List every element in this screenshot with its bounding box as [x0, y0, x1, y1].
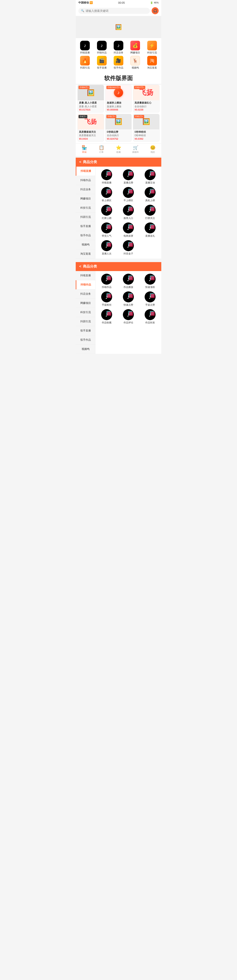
- goods-item-dianshang[interactable]: ♪ 电商滚屏: [119, 223, 138, 237]
- goods2-tiktok-icon-6: ♪: [145, 291, 155, 302]
- goods-tiktok-icon-7: ♪: [101, 205, 112, 216]
- category-item-kuaishou-works[interactable]: 🎥 筷手作品: [111, 56, 126, 69]
- goods-content-2: ♪ 抖喵作品 ♪ 作品播放 ♪ 快速涨粉 ♪ 手提粉丝 ♪ 快速点赞: [96, 271, 161, 354]
- goods-item-zhibo-renci[interactable]: ♪ 直播人次: [97, 240, 116, 255]
- goods-grid-1: ♪ 抖喵直播 ♪ 直播点赞 ♪ 直播互动 ♪ 秒上榜区 ♪ 不上榜区: [97, 169, 160, 255]
- category-item-doumiaoworks[interactable]: ♪ 抖喵作品: [94, 41, 109, 54]
- sidebar-item-kslivew[interactable]: 筷手直播: [76, 222, 95, 231]
- search-input-wrap[interactable]: 🔍: [78, 8, 150, 14]
- goods2-tiktok-icon-9: ♪: [145, 309, 155, 320]
- product-card-1[interactable]: 🖼️ 月销80万+ 质量-真人小星星 质量-真人小星星 ¥0.017816: [77, 85, 104, 113]
- goods2-label-4: 手提粉丝: [102, 303, 112, 307]
- category-item-tech[interactable]: ⚡ 科技引流: [145, 41, 160, 54]
- product-card-4[interactable]: 飞扬 月销万+ 高质量极速关注 高质量极速关注 ¥0.0434: [77, 114, 104, 142]
- bottom-nav: 🏪 商城 📋 订单 ⭐ 收藏 🛒 购物车 😊 我的: [76, 143, 161, 156]
- product-card-3[interactable]: 飞扬 月销27万+ 高质量极速红心 全自动执行 ¥0.0238: [133, 85, 160, 113]
- product-name-3: 高质量极速红心: [135, 101, 158, 104]
- product-card-6[interactable]: 🖼️ 月销1万+ D秒单粉丝 D秒单粉丝 ¥0.0392: [133, 114, 160, 142]
- product-img-1: 🖼️ 月销80万+: [78, 85, 104, 100]
- sidebar2-item-live[interactable]: 抖喵直播: [76, 271, 95, 280]
- goods-item-tuijian[interactable]: ♪ 推荐入口: [119, 205, 138, 220]
- goods-item-zhibo-songli[interactable]: ♪ 直播送礼: [141, 223, 160, 237]
- sidebar2-item-works[interactable]: 抖喵作品: [76, 280, 95, 290]
- goods2-label-9: 作品转发: [145, 321, 155, 324]
- goods-label-11: 电商滚屏: [123, 234, 133, 237]
- category-item-doudian[interactable]: ♪ 抖店业务: [111, 41, 126, 54]
- goods2-item-fast-like[interactable]: ♪ 快速点赞: [119, 291, 138, 307]
- goods-sidebar-1: 抖喵直播 抖喵作品 抖店业务 网赚项目 科技引流 抖因引流 筷手直播 筷手作品 …: [76, 167, 96, 259]
- nav-item-favorites[interactable]: ⭐ 收藏: [110, 145, 127, 154]
- goods-layout-2: 抖喵直播 抖喵作品 抖店业务 网赚项目 科技引流 抖因引流 筷手直播 筷手作品 …: [76, 271, 161, 354]
- search-input[interactable]: [86, 9, 147, 13]
- collapse-arrow-1[interactable]: <: [79, 160, 81, 164]
- sidebar2-item-kslive[interactable]: 筷手直播: [76, 326, 95, 336]
- goods2-item-works-share[interactable]: ♪ 作品转发: [141, 309, 160, 324]
- goods2-item-hand-like[interactable]: ♪ 手提点赞: [141, 291, 160, 307]
- sidebar-item-taobao[interactable]: 淘宝逛逛: [76, 250, 95, 259]
- shop-icon: 🏪: [82, 145, 87, 150]
- goods2-item-works-play[interactable]: ♪ 作品播放: [119, 274, 138, 289]
- goods2-item-works-comment[interactable]: ♪ 作品评论: [119, 309, 138, 324]
- goods2-label-1: 抖喵作品: [102, 285, 112, 289]
- goods-item-dengpai[interactable]: ♪ 灯牌上榜: [97, 205, 116, 220]
- nav-item-shop[interactable]: 🏪 商城: [76, 145, 93, 154]
- goods-item-doumiaozhibo[interactable]: ♪ 抖喵直播: [97, 169, 116, 185]
- sidebar-item-doudian[interactable]: 抖店业务: [76, 185, 95, 194]
- sidebar2-item-earn[interactable]: 网赚项目: [76, 299, 95, 308]
- goods-item-bushang-bang[interactable]: ♪ 不上榜区: [119, 187, 138, 202]
- category-item-kuaishou-live[interactable]: 🎬 筷手直播: [94, 56, 109, 69]
- nav-item-profile[interactable]: 😊 我的: [144, 145, 161, 154]
- product-subname-5: 全自动执行: [107, 134, 130, 137]
- goods-sidebar-2: 抖喵直播 抖喵作品 抖店业务 网赚项目 科技引流 抖因引流 筷手直播 筷手作品 …: [76, 271, 96, 354]
- product-subname-4: 高质量极速关注: [79, 134, 102, 137]
- sidebar2-item-ksworks[interactable]: 筷手作品: [76, 336, 95, 345]
- deer-icon-9: 🦌: [130, 56, 140, 65]
- goods-item-zhibo-hudong[interactable]: ♪ 直播互动: [141, 169, 160, 185]
- product-name-5: D秒刷点赞: [107, 130, 130, 133]
- category-item-douyin-traffic[interactable]: 🔥 抖因引流: [77, 56, 92, 69]
- sidebar-item-doumiaoworks[interactable]: 抖喵作品: [76, 176, 95, 185]
- category-item-doumiaozhibo[interactable]: ♪ 抖喵直播: [77, 41, 92, 54]
- goods-item-douyinbox[interactable]: ♪ 抖音盒子: [119, 240, 138, 255]
- goods2-item-fast-fans[interactable]: ♪ 快速涨粉: [141, 274, 160, 289]
- goods-item-sushang-bang[interactable]: ♪ 秒上榜区: [97, 187, 116, 202]
- red-icon-4: 💰: [130, 41, 140, 50]
- sidebar2-item-videoshow[interactable]: 视频鸣: [76, 345, 95, 354]
- product-name-6: D秒单粉丝: [135, 130, 158, 133]
- goods2-item-works-collect[interactable]: ♪ 作品收藏: [97, 309, 116, 324]
- category-item-videoshow[interactable]: 🦌 视频鸣: [128, 56, 143, 69]
- sidebar-item-douyintraffic[interactable]: 抖因引流: [76, 213, 95, 222]
- divider-1: [76, 259, 161, 260]
- goods-tiktok-icon-8: ♪: [123, 205, 134, 216]
- goods-item-zhibo-dizan[interactable]: ♪ 直播点赞: [119, 169, 138, 185]
- category-grid: ♪ 抖喵直播 ♪ 抖喵作品 ♪ 抖店业务 💰 网赚项目 ⚡ 科技引流 🔥 抖因引…: [76, 38, 161, 72]
- collapse-arrow-2[interactable]: <: [79, 264, 81, 269]
- sidebar-item-ksworks[interactable]: 筷手作品: [76, 231, 95, 240]
- headset-icon[interactable]: 🎧: [152, 7, 159, 14]
- sidebar-item-tech[interactable]: 科技引流: [76, 204, 95, 213]
- goods-tiktok-icon-12: ♪: [145, 223, 155, 233]
- nav-item-cart[interactable]: 🛒 购物车: [127, 145, 144, 154]
- goods2-item-doumiaoworks[interactable]: ♪ 抖喵作品: [97, 274, 116, 289]
- goods-section-1: < 商品分类 抖喵直播 抖喵作品 抖店业务 网赚项目 科技引流 抖因引流 筷手直…: [76, 158, 161, 259]
- sidebar-item-doumiaozhibo[interactable]: 抖喵直播: [76, 167, 95, 176]
- tiktok-icon-1: ♪: [80, 41, 90, 50]
- sidebar2-item-shop[interactable]: 抖店业务: [76, 290, 95, 299]
- sidebar-item-videoshow[interactable]: 视频鸣: [76, 240, 95, 250]
- sales-badge-6: 月销1万+: [134, 115, 144, 118]
- product-card-2[interactable]: ♪ 月销15822万+ 急速秒上播放 急速秒上播放 ¥0.000006: [105, 85, 132, 113]
- goods-item-dabang[interactable]: ♪ 打榜关注: [141, 205, 160, 220]
- sidebar2-item-douyintraffic[interactable]: 抖因引流: [76, 317, 95, 326]
- product-info-1: 质量-真人小星星 质量-真人小星星 ¥0.017816: [78, 100, 104, 112]
- product-card-5[interactable]: 🖼️ 月销1万+ D秒刷点赞 全自动执行 ¥0.024752: [105, 114, 132, 142]
- product-info-3: 高质量极速红心 全自动执行 ¥0.0238: [133, 100, 159, 112]
- nav-item-orders[interactable]: 📋 订单: [93, 145, 110, 154]
- sidebar2-item-tech[interactable]: 科技引流: [76, 308, 95, 317]
- sidebar-item-wanzhuang[interactable]: 网赚项目: [76, 194, 95, 204]
- goods-item-daihuo[interactable]: ♪ 带货人气: [97, 223, 116, 237]
- category-item-wanzhuang[interactable]: 💰 网赚项目: [128, 41, 143, 54]
- goods2-tiktok-icon-1: ♪: [101, 274, 112, 285]
- goods2-item-hand-fans[interactable]: ♪ 手提粉丝: [97, 291, 116, 307]
- category-item-taobao[interactable]: 淘 淘宝逛逛: [145, 56, 160, 69]
- goods-item-zhenji-shang[interactable]: ♪ 真机上榜: [141, 187, 160, 202]
